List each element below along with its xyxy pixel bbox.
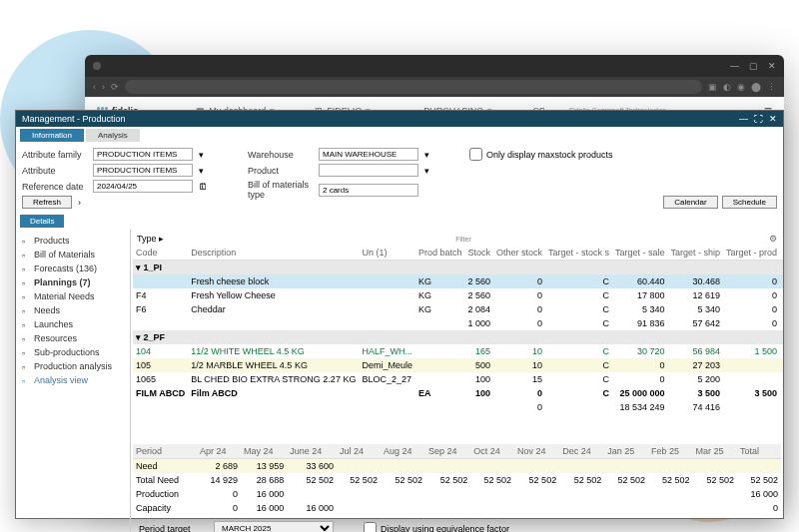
type-header[interactable]: Type ▸ (137, 234, 164, 244)
col-header[interactable]: Apr 24 (197, 444, 241, 459)
col-header[interactable]: Target - end (780, 246, 783, 261)
col-header[interactable]: Target - sale (612, 246, 668, 261)
table-row[interactable]: FILM ABCDFilm ABCDEA1000C25 000 0003 500… (133, 386, 783, 400)
sidebar-item-launches[interactable]: ▫Launches (16, 317, 130, 331)
col-header[interactable]: Nov 24 (514, 444, 559, 459)
col-header[interactable]: June 24 (287, 444, 337, 459)
product-input[interactable] (319, 164, 418, 177)
schedule-button[interactable]: Schedule (722, 196, 777, 209)
col-header[interactable]: Description (188, 246, 359, 261)
col-header[interactable]: Total (737, 444, 781, 459)
table-row[interactable]: 10411/2 WHITE WHEEL 4.5 KGHALF_WH...1651… (133, 344, 783, 358)
bom-type-input[interactable] (319, 184, 418, 197)
col-header[interactable]: Aug 24 (381, 444, 425, 459)
sidebar-item-products[interactable]: ▫Products (16, 234, 130, 248)
col-header[interactable]: Jan 25 (604, 444, 648, 459)
reference-date-input[interactable] (93, 180, 193, 193)
cell (337, 501, 381, 515)
maximize-icon[interactable]: ▢ (749, 61, 758, 71)
cell: 2 560 (464, 288, 493, 302)
lookup-icon[interactable]: ▾ (199, 150, 204, 160)
period-target-select[interactable]: MARCH 2025 (214, 521, 334, 532)
col-header[interactable]: Prod batch (415, 246, 465, 261)
ext-icon[interactable]: ▣ (708, 82, 717, 92)
maximize-icon[interactable]: ⛶ (754, 114, 763, 124)
lookup-icon[interactable]: ▾ (424, 150, 429, 160)
close-icon[interactable]: ✕ (768, 61, 776, 71)
app-window: Management - Production — ⛶ ✕ Informatio… (15, 110, 784, 519)
profile-icon[interactable]: ⬤ (751, 82, 761, 92)
minimize-icon[interactable]: — (730, 61, 739, 71)
sidebar-item-plannings-[interactable]: ▫Plannings (7) (16, 275, 130, 289)
attribute-input[interactable] (93, 164, 193, 177)
cell (604, 487, 648, 501)
table-row[interactable]: F4Fresh Yellow CheeseKG2 5600C17 80012 6… (133, 288, 783, 302)
table-row[interactable]: 1 0000C91 83657 642016 00014 21420 800-1… (133, 316, 783, 330)
col-header[interactable]: Code (133, 246, 188, 261)
table-row[interactable]: 1051/2 MARBLE WHEEL 4.5 KGDemi_Meule5001… (133, 358, 783, 372)
chevron-right-icon[interactable]: › (78, 198, 81, 208)
cell: 0 (737, 501, 781, 515)
table-row[interactable]: 1065BL CHED BIO EXTRA STRONG 2.27 KGBLOC… (133, 372, 783, 386)
col-header[interactable]: Target - prod (723, 246, 780, 261)
close-icon[interactable]: ✕ (769, 114, 777, 124)
lookup-icon[interactable]: ▾ (199, 166, 204, 176)
reload-icon[interactable]: ⟳ (111, 82, 119, 92)
only-maxstock-checkbox[interactable] (469, 148, 482, 161)
warehouse-input[interactable] (319, 148, 418, 161)
sidebar-item-bill-of-materials[interactable]: ▫Bill of Materials (16, 248, 130, 262)
cell (425, 487, 470, 501)
calendar-button[interactable]: Calendar (663, 196, 717, 209)
group-row[interactable]: ▾ 1_PI (133, 261, 783, 275)
col-header[interactable]: Jul 24 (337, 444, 381, 459)
group-row[interactable]: ▾ 2_PF (133, 330, 783, 344)
col-header[interactable]: Oct 24 (470, 444, 514, 459)
cell (723, 372, 780, 386)
tab-details[interactable]: Details (20, 215, 64, 228)
address-bar[interactable] (125, 80, 702, 94)
cell (133, 316, 188, 330)
menu-icon[interactable]: ⋮ (767, 82, 776, 92)
col-header[interactable]: Sep 24 (425, 444, 470, 459)
sidebar-item-forecasts-[interactable]: ▫Forecasts (136) (16, 262, 130, 275)
sidebar-item-sub-productions[interactable]: ▫Sub-productions (16, 345, 130, 359)
cell (359, 302, 415, 316)
table-row[interactable]: Fresh cheese blockKG2 5600C60.44030.4680… (133, 274, 783, 288)
sidebar-item-production-analysis[interactable]: ▫Production analysis (16, 359, 130, 373)
cell (415, 372, 465, 386)
col-header[interactable]: Period (133, 444, 197, 459)
col-header[interactable]: Mar 25 (693, 444, 737, 459)
col-header[interactable]: Feb 25 (648, 444, 692, 459)
col-header[interactable]: Dec 24 (559, 444, 604, 459)
col-header[interactable]: Target - stock s (545, 246, 612, 261)
forward-icon[interactable]: › (102, 82, 105, 92)
sidebar-item-resources[interactable]: ▫Resources (16, 331, 130, 345)
sidebar-item-material-needs[interactable]: ▫Material Needs (16, 289, 130, 303)
filter-label[interactable]: Filter (455, 236, 471, 243)
cell (559, 459, 604, 474)
col-header[interactable]: Other stock (493, 246, 545, 261)
equivalence-checkbox[interactable] (364, 522, 377, 532)
lookup-icon[interactable]: ▾ (424, 166, 429, 176)
tab-information[interactable]: Information (20, 129, 84, 142)
cell: Fresh Yellow Cheese (188, 288, 359, 302)
table-row[interactable]: 018 534 24974 41624 959 53812 490-24 047… (133, 400, 783, 414)
refresh-button[interactable]: Refresh (22, 196, 72, 209)
ext-icon[interactable]: ◐ (723, 82, 731, 92)
back-icon[interactable]: ‹ (93, 82, 96, 92)
sidebar-item-analysis-view[interactable]: ▫Analysis view (16, 373, 130, 387)
table-row[interactable]: F6CheddarKG2 0840C5 3405 3400-2 084-2 08… (133, 302, 783, 316)
col-header[interactable]: Stock (464, 246, 493, 261)
col-header[interactable]: May 24 (241, 444, 287, 459)
attribute-family-input[interactable] (93, 148, 193, 161)
gear-icon[interactable]: ⚙ (769, 234, 777, 244)
cell (693, 459, 737, 474)
calendar-icon[interactable]: 🗓 (199, 182, 208, 192)
col-header[interactable]: Un (1) (359, 246, 415, 261)
col-header[interactable]: Target - ship (668, 246, 724, 261)
ext-icon[interactable]: ◉ (737, 82, 745, 92)
sidebar-item-needs[interactable]: ▫Needs (16, 303, 130, 317)
minimize-icon[interactable]: — (739, 114, 748, 124)
table-row: Need2 68913 95933 600 (133, 459, 781, 474)
tab-analysis[interactable]: Analysis (86, 129, 140, 142)
